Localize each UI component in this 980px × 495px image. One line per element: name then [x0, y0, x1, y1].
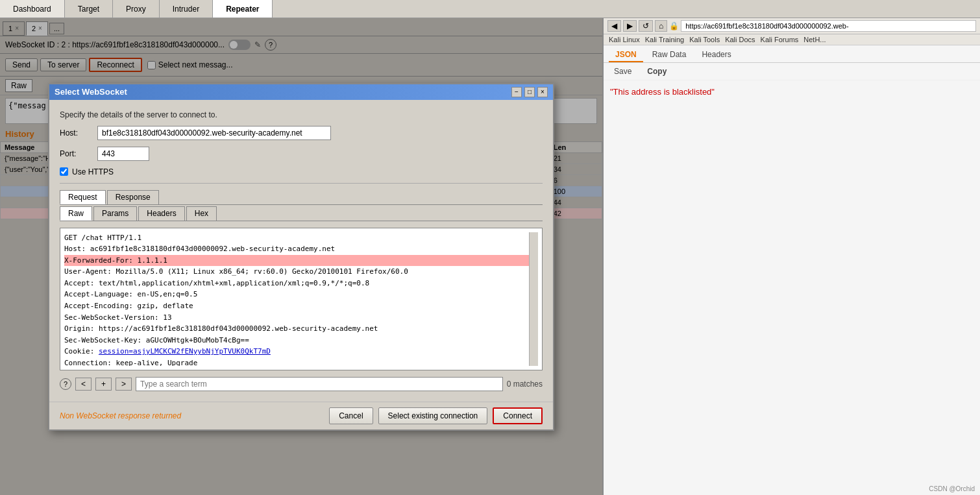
inner-tab-hex[interactable]: Hex [186, 206, 217, 221]
host-label: Host: [60, 128, 92, 138]
watermark: CSDN @Orchid [929, 485, 975, 492]
select-websocket-modal: Select WebSocket − □ × Specify the detai… [48, 83, 554, 431]
search-bar: ? < + > 0 matches [60, 377, 543, 391]
bookmark-kali-docs[interactable]: Kali Docs [725, 36, 755, 43]
inner-tab-raw[interactable]: Raw [60, 206, 92, 221]
code-area[interactable]: GET /chat HTTP/1.1 Host: ac691fbf1e8c318… [60, 228, 543, 370]
browser-back-button[interactable]: ◀ [607, 20, 621, 32]
code-line-1: GET /chat HTTP/1.1 [64, 232, 529, 244]
https-row: Use HTTPS [60, 167, 543, 176]
url-field[interactable]: https://ac691fbf1e8c318180df043d00000009… [681, 20, 976, 32]
bookmark-neth[interactable]: NetH... [803, 36, 826, 43]
nav-dashboard[interactable]: Dashboard [0, 0, 65, 18]
browser-reload-button[interactable]: ↺ [639, 20, 653, 32]
bookmark-kali-tools[interactable]: Kali Tools [689, 36, 720, 43]
modal-maximize-button[interactable]: □ [524, 87, 535, 97]
inner-tab-params[interactable]: Params [93, 206, 137, 221]
bookmark-kali-forums[interactable]: Kali Forums [761, 36, 799, 43]
modal-title: Select WebSocket [55, 87, 127, 97]
code-line-highlight: X-Forwarded-For: 1.1.1.1 [64, 255, 529, 267]
search-help-icon[interactable]: ? [60, 378, 71, 390]
bookmark-kali-training[interactable]: Kali Training [645, 36, 685, 43]
code-line-8: Sec-WebSocket-Version: 13 [64, 312, 529, 324]
modal-titlebar: Select WebSocket − □ × [49, 84, 553, 100]
search-add-button[interactable]: + [95, 378, 112, 391]
footer-buttons: Cancel Select existing connection Connec… [329, 407, 543, 424]
save-button[interactable]: Save [609, 66, 637, 77]
search-prev-button[interactable]: < [75, 378, 92, 391]
connect-button[interactable]: Connect [493, 407, 543, 424]
footer-warning: Non WebSocket response returned [60, 411, 181, 420]
code-line-10: Sec-WebSocket-Key: aGUcOWHtgk+BOuMobT4cB… [64, 335, 529, 346]
code-line-9: Origin: https://ac691fbf1e8c318180df043d… [64, 323, 529, 335]
https-label: Use HTTPS [72, 167, 114, 176]
nav-proxy[interactable]: Proxy [113, 0, 160, 18]
code-line-12: Connection: keep-alive, Upgrade [64, 357, 529, 365]
browser-content: "This address is blacklisted" [604, 80, 980, 103]
inner-tab-bar: Raw Params Headers Hex [60, 206, 543, 221]
cancel-button[interactable]: Cancel [329, 407, 373, 424]
tab-raw-data[interactable]: Raw Data [646, 48, 693, 62]
code-scrollbar[interactable] [529, 232, 538, 366]
code-line-5: Accept: text/html,application/xhtml+xml,… [64, 278, 529, 289]
modal-close-button[interactable]: × [537, 87, 548, 97]
port-row: Port: [60, 147, 543, 161]
port-input[interactable] [97, 147, 149, 161]
code-line-7: Accept-Encoding: gzip, deflate [64, 300, 529, 312]
search-matches: 0 matches [507, 380, 543, 389]
nav-target[interactable]: Target [65, 0, 113, 18]
host-input[interactable] [97, 126, 331, 140]
modal-controls: − □ × [511, 87, 548, 97]
top-nav: Dashboard Target Proxy Intruder Repeater [0, 0, 980, 18]
subtab-bar: Request Response [60, 190, 543, 205]
port-label: Port: [60, 149, 92, 158]
browser-url-bar: ◀ ▶ ↺ ⌂ 🔒 https://ac691fbf1e8c318180df04… [604, 18, 980, 34]
lock-icon: 🔒 [669, 21, 679, 30]
bookmarks-bar: Kali Linux Kali Training Kali Tools Kali… [604, 34, 980, 45]
left-panel: 1 × 2 × ... WebSocket ID : 2 : https://a… [0, 18, 604, 495]
browser-home-button[interactable]: ⌂ [655, 20, 667, 32]
nav-repeater[interactable]: Repeater [213, 0, 273, 18]
code-line-cookie: Cookie: session=asjyLMCKCW2fENyybNjYpTVU… [64, 346, 529, 357]
https-checkbox[interactable] [60, 167, 68, 176]
host-row: Host: [60, 126, 543, 140]
right-panel: ◀ ▶ ↺ ⌂ 🔒 https://ac691fbf1e8c318180df04… [604, 18, 980, 495]
code-line-4: User-Agent: Mozilla/5.0 (X11; Linux x86_… [64, 266, 529, 278]
modal-body: Specify the details of the server to con… [49, 100, 553, 402]
search-next-button[interactable]: > [116, 378, 132, 391]
inner-tab-headers[interactable]: Headers [138, 206, 184, 221]
modal-footer: Non WebSocket response returned Cancel S… [49, 402, 553, 429]
code-line-2: Host: ac691fbf1e8c318180df043d00000092.w… [64, 243, 529, 255]
browser-tab-bar: JSON Raw Data Headers [604, 45, 980, 63]
tab-json[interactable]: JSON [609, 48, 643, 62]
bookmark-kali-linux[interactable]: Kali Linux [609, 36, 640, 43]
code-line-6: Accept-Language: en-US,en;q=0.5 [64, 289, 529, 300]
tab-headers[interactable]: Headers [695, 48, 737, 62]
nav-intruder[interactable]: Intruder [160, 0, 213, 18]
copy-button[interactable]: Copy [642, 66, 672, 77]
modal-overlay: Select WebSocket − □ × Specify the detai… [0, 18, 602, 495]
select-existing-button[interactable]: Select existing connection [378, 407, 488, 424]
browser-actions: Save Copy [604, 63, 980, 80]
blacklisted-message: "This address is blacklisted" [610, 87, 974, 97]
subtab-request[interactable]: Request [60, 190, 106, 204]
modal-description: Specify the details of the server to con… [60, 110, 543, 119]
search-input[interactable] [136, 377, 503, 391]
subtab-response[interactable]: Response [107, 190, 159, 204]
browser-forward-button[interactable]: ▶ [623, 20, 637, 32]
modal-minimize-button[interactable]: − [511, 87, 522, 97]
